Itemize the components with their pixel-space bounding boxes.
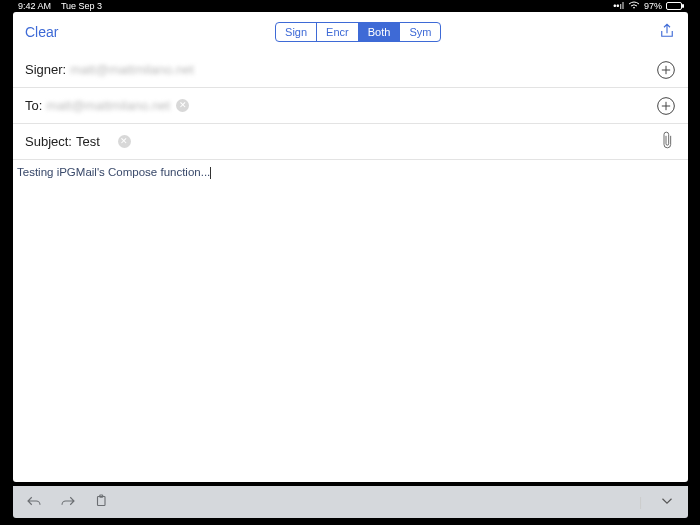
battery-pct: 97% [644, 1, 662, 11]
add-recipient-button[interactable] [656, 96, 676, 116]
segment-encr[interactable]: Encr [316, 23, 358, 41]
signal-icon: ••ıl [613, 1, 624, 11]
status-right: ••ıl 97% [613, 1, 682, 12]
signer-value[interactable]: matt@mattmilano.net [70, 62, 194, 77]
to-value[interactable]: matt@mattmilano.net [46, 98, 170, 113]
signer-label: Signer: [25, 62, 66, 77]
signer-row: Signer: matt@mattmilano.net [13, 52, 688, 88]
compose-window: Clear Sign Encr Both Sym Signer: matt@ma… [13, 12, 688, 482]
message-body[interactable]: Testing iPGMail's Compose function... [13, 160, 688, 482]
header-bar: Clear Sign Encr Both Sym [13, 12, 688, 52]
undo-button[interactable] [25, 493, 43, 512]
segment-both[interactable]: Both [358, 23, 400, 41]
body-text: Testing iPGMail's Compose function... [17, 166, 210, 178]
to-label: To: [25, 98, 42, 113]
share-icon[interactable] [658, 22, 676, 43]
remove-recipient-button[interactable]: ✕ [176, 99, 189, 112]
subject-value[interactable]: Test [76, 134, 100, 149]
attachment-icon[interactable] [660, 129, 676, 154]
status-left: 9:42 AM Tue Sep 3 [18, 1, 102, 11]
subject-label: Subject: [25, 134, 72, 149]
add-signer-button[interactable] [656, 60, 676, 80]
collapse-keyboard-button[interactable] [658, 493, 676, 512]
text-cursor [210, 167, 211, 179]
toolbar-divider: | [639, 495, 642, 509]
bottom-toolbar: | [13, 486, 688, 518]
segment-sym[interactable]: Sym [399, 23, 440, 41]
wifi-icon [628, 1, 640, 12]
status-bar: 9:42 AM Tue Sep 3 ••ıl 97% [0, 0, 700, 12]
status-date: Tue Sep 3 [61, 1, 102, 11]
svg-rect-2 [98, 496, 106, 505]
battery-icon [666, 2, 682, 10]
to-row: To: matt@mattmilano.net ✕ [13, 88, 688, 124]
paste-button[interactable] [93, 493, 111, 512]
clear-subject-button[interactable]: ✕ [118, 135, 131, 148]
subject-row: Subject: Test ✕ [13, 124, 688, 160]
redo-button[interactable] [59, 493, 77, 512]
mode-segmented-control: Sign Encr Both Sym [275, 22, 441, 42]
status-time: 9:42 AM [18, 1, 51, 11]
segment-sign[interactable]: Sign [276, 23, 316, 41]
clear-button[interactable]: Clear [25, 24, 58, 40]
